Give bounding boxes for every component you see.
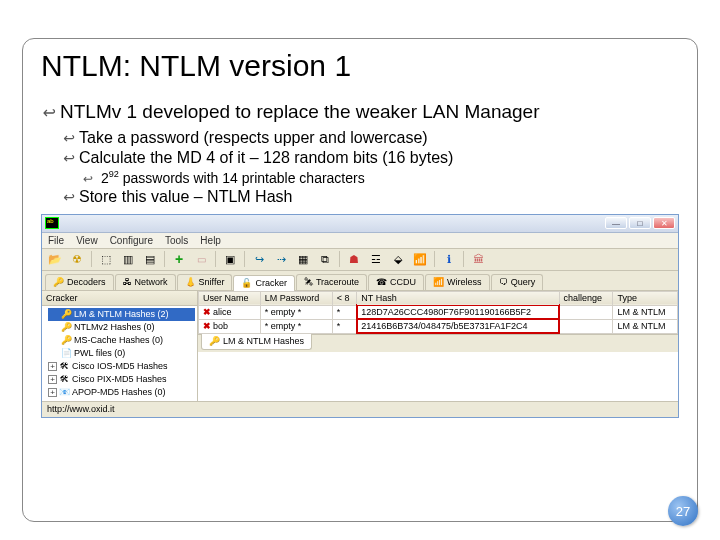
bullet-2c: Store this value – NTLM Hash [63,188,679,206]
key-icon: 🔑 [53,277,64,287]
table-icon[interactable] [294,250,312,268]
tab-traceroute[interactable]: 🛰Traceroute [296,274,367,290]
table-row[interactable]: ✖alice* empty **128D7A26CCC4980F76F90119… [199,305,678,319]
add-icon[interactable]: + [170,250,188,268]
menubar: File View Configure Tools Help [42,233,678,249]
tree-item[interactable]: +🗝CRAM-MD5 Hashes (0) [48,399,195,401]
sniffer-icon: 👃 [185,277,196,287]
remove-icon[interactable]: ▭ [192,250,210,268]
network-icon: 🖧 [123,277,132,287]
toolbar: + ▭ [42,249,678,271]
tree-item[interactable]: +📧APOP-MD5 Hashes (0) [48,386,195,399]
info-icon[interactable] [440,250,458,268]
tree-header: Cracker [42,291,197,306]
wireless-icon: 📶 [433,277,444,287]
query-icon: 🗨 [499,277,508,287]
radiation-icon[interactable] [68,250,86,268]
column-header[interactable]: User Name [199,291,261,305]
cain-app-window: — □ ✕ File View Configure Tools Help + ▭ [41,214,679,418]
menu-file[interactable]: File [48,235,64,246]
close-button[interactable]: ✕ [653,217,675,229]
table-row[interactable]: ✖bob* empty **21416B6B734/048475/b5E3731… [199,319,678,333]
tree-item[interactable]: 🔑NTLMv2 Hashes (0) [48,321,195,334]
bottom-tab-hashes[interactable]: 🔑LM & NTLM Hashes [201,334,312,350]
app-icon [45,217,59,229]
bullet-3: 292 passwords with 14 printable characte… [83,169,679,186]
trace-icon: 🛰 [304,277,313,287]
cracker-tree[interactable]: Cracker 🔑LM & NTLM Hashes (2)🔑NTLMv2 Has… [42,291,198,401]
window-icon[interactable] [316,250,334,268]
tab-wireless[interactable]: 📶Wireless [425,274,490,290]
minimize-button[interactable]: — [605,217,627,229]
column-header[interactable]: LM Password [260,291,332,305]
arp-icon[interactable] [250,250,268,268]
tab-cracker[interactable]: 🔓Cracker [233,275,295,291]
titlebar: — □ ✕ [42,215,678,233]
tree-item[interactable]: 🔑MS-Cache Hashes (0) [48,334,195,347]
tree-item[interactable]: 📄PWL files (0) [48,347,195,360]
hash-grid[interactable]: User NameLM Password< 8NT HashchallengeT… [198,291,678,401]
tab-decoders[interactable]: 🔑Decoders [45,274,114,290]
route-icon[interactable] [272,250,290,268]
phone-icon: ☎ [376,277,387,287]
column-header[interactable]: < 8 [332,291,357,305]
nic-icon[interactable] [221,250,239,268]
menu-tools[interactable]: Tools [165,235,188,246]
page-number: 27 [668,496,698,526]
column-header[interactable]: challenge [559,291,613,305]
list-icon[interactable] [119,250,137,268]
tab-ccdu[interactable]: ☎CCDU [368,274,424,290]
tab-query[interactable]: 🗨Query [491,274,544,290]
slide-title: NTLM: NTLM version 1 [41,49,679,83]
tab-sniffer[interactable]: 👃Sniffer [177,274,233,290]
bullet-2b: Calculate the MD 4 of it – 128 random bi… [63,149,679,167]
key-icon: 🔑 [209,336,220,346]
wifi-icon[interactable] [411,250,429,268]
bank-icon[interactable] [469,250,487,268]
bullet-2a: Take a password (respects upper and lowe… [63,129,679,147]
bars-icon[interactable] [367,250,385,268]
column-header[interactable]: NT Hash [357,291,559,305]
grid-icon[interactable] [97,250,115,268]
bullet-1: NTLMv 1 developed to replace the weaker … [43,101,679,123]
menu-configure[interactable]: Configure [110,235,153,246]
menu-help[interactable]: Help [200,235,221,246]
recycle-icon[interactable] [389,250,407,268]
bomb-icon[interactable] [345,250,363,268]
main-tabbar: 🔑Decoders 🖧Network 👃Sniffer 🔓Cracker 🛰Tr… [42,271,678,291]
menu-view[interactable]: View [76,235,98,246]
maximize-button[interactable]: □ [629,217,651,229]
status-bar: http://www.oxid.it [42,401,678,417]
open-icon[interactable] [46,250,64,268]
tree-item[interactable]: +🛠Cisco IOS-MD5 Hashes [48,360,195,373]
tab-network[interactable]: 🖧Network [115,274,176,290]
tree-item[interactable]: 🔑LM & NTLM Hashes (2) [48,308,195,321]
lock-icon: 🔓 [241,278,252,288]
column-header[interactable]: Type [613,291,678,305]
tree-item[interactable]: +🛠Cisco PIX-MD5 Hashes [48,373,195,386]
detail-icon[interactable] [141,250,159,268]
